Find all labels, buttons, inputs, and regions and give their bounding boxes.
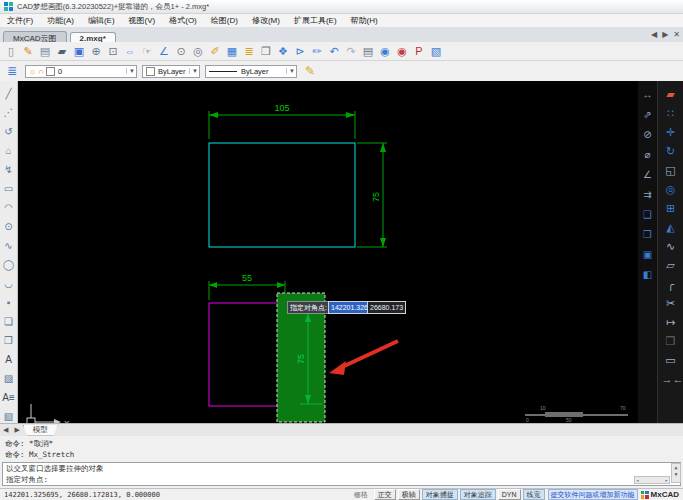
- open-folder-icon[interactable]: ▰: [54, 43, 70, 59]
- dim-diameter-icon[interactable]: ⌀: [640, 145, 656, 165]
- annotate-save-icon[interactable]: ✏: [309, 43, 325, 59]
- dim-linear-icon[interactable]: ↔: [640, 85, 656, 105]
- menu-help[interactable]: 帮助(H): [344, 15, 385, 26]
- menu-modify[interactable]: 修改(M): [245, 15, 287, 26]
- move-icon[interactable]: ✛: [662, 123, 680, 142]
- save-as-icon[interactable]: ▣: [71, 43, 87, 59]
- xline-icon[interactable]: ⋰: [2, 103, 16, 122]
- draworder-pencil-icon[interactable]: ✎: [302, 63, 318, 79]
- color-combo[interactable]: ByLayer ▼: [142, 65, 200, 78]
- ellipse-arc-icon[interactable]: ◡: [2, 274, 16, 293]
- status-grid[interactable]: 栅格: [350, 489, 372, 500]
- break-icon[interactable]: ▭: [662, 351, 680, 370]
- menu-edit[interactable]: 编辑(E): [81, 15, 122, 26]
- zoom-window-icon[interactable]: ⊡: [105, 43, 121, 59]
- menu-function[interactable]: 功能(A): [40, 15, 81, 26]
- linetype-combo[interactable]: ByLayer ▼: [205, 65, 297, 78]
- trim-icon[interactable]: ✂: [662, 294, 680, 313]
- status-dyn[interactable]: DYN: [498, 489, 521, 500]
- extend-icon[interactable]: ↦: [662, 313, 680, 332]
- layer-manager-icon[interactable]: ≣: [4, 63, 20, 79]
- line-icon[interactable]: ╱: [2, 84, 16, 103]
- image-export-icon[interactable]: ▧: [428, 43, 444, 59]
- block-edit-icon[interactable]: ❒: [2, 331, 16, 350]
- mtext-icon[interactable]: A≡: [2, 388, 16, 407]
- image-icon[interactable]: ▨: [2, 369, 16, 388]
- dim-angular-icon[interactable]: ∠: [640, 165, 656, 185]
- paste-block-icon[interactable]: ◧: [640, 265, 656, 285]
- menu-draw[interactable]: 绘图(D): [204, 15, 245, 26]
- offset-icon[interactable]: ◎: [662, 180, 680, 199]
- feedback-link[interactable]: 提交软件问题或增加新功能: [548, 489, 638, 500]
- layout-prev-icon[interactable]: ◀: [0, 426, 11, 434]
- table-icon[interactable]: ▦: [224, 43, 240, 59]
- menu-express-tools[interactable]: 扩展工具(E): [287, 15, 344, 26]
- text-icon[interactable]: A: [2, 350, 16, 369]
- dim-radius-icon[interactable]: ⊘: [640, 125, 656, 145]
- zoom-object-icon[interactable]: ⊙: [173, 43, 189, 59]
- menu-format[interactable]: 格式(O): [162, 15, 204, 26]
- stretch-icon[interactable]: ▱: [662, 256, 680, 275]
- scale-icon[interactable]: ◱: [662, 161, 680, 180]
- web-publish-icon[interactable]: ◉: [394, 43, 410, 59]
- dim-style-icon[interactable]: ❑: [640, 205, 656, 225]
- command-window[interactable]: 命令: *取消*命令: Mx_Stretch 以交叉窗口选择要拉伸的对象指定对角…: [0, 436, 683, 488]
- ellipse-icon[interactable]: ◯: [2, 255, 16, 274]
- find-icon[interactable]: ◎: [190, 43, 206, 59]
- explode-icon[interactable]: ❒: [662, 332, 680, 351]
- zoom-in-icon[interactable]: ⊕: [88, 43, 104, 59]
- pan-icon[interactable]: ☞: [139, 43, 155, 59]
- command-hscrollbar[interactable]: ◂▸: [634, 476, 670, 484]
- erase-icon[interactable]: ▰: [662, 85, 680, 104]
- polygon-icon[interactable]: ⌂: [2, 141, 16, 160]
- dim-continue-icon[interactable]: ⇉: [640, 185, 656, 205]
- layer-combo[interactable]: ☼ ∩ 0 ▼: [25, 65, 137, 78]
- measure-icon[interactable]: ∠: [156, 43, 172, 59]
- zoom-extents-icon[interactable]: ⇔: [122, 43, 138, 59]
- web-icon[interactable]: ◉: [377, 43, 393, 59]
- menu-view[interactable]: 视图(V): [122, 15, 163, 26]
- fillet-icon[interactable]: ╭: [662, 275, 680, 294]
- layout-next-icon[interactable]: ▶: [11, 426, 22, 434]
- entity-rectangle-top[interactable]: [209, 143, 355, 247]
- model-tab[interactable]: 模型: [23, 425, 58, 436]
- mirror-icon[interactable]: ◭: [662, 218, 680, 237]
- menu-file[interactable]: 文件(F): [0, 15, 40, 26]
- undo-icon[interactable]: ↶: [326, 43, 342, 59]
- status-lineweight[interactable]: 线宽: [523, 489, 545, 500]
- dimension-105[interactable]: [209, 111, 355, 139]
- polyline-icon[interactable]: ↯: [2, 160, 16, 179]
- command-vscrollbar[interactable]: ▲▼: [671, 463, 681, 483]
- dyn-input-y[interactable]: 26680.173: [367, 301, 406, 314]
- spline-edit-icon[interactable]: ∿: [662, 237, 680, 256]
- point-icon[interactable]: ▪: [2, 293, 16, 312]
- paste-object-icon[interactable]: ▣: [640, 245, 656, 265]
- print-icon[interactable]: ▤: [360, 43, 376, 59]
- pdf-export-icon[interactable]: P: [411, 43, 427, 59]
- send-display-icon[interactable]: ⊳: [292, 43, 308, 59]
- status-osnap[interactable]: 对象捕捉: [422, 489, 458, 500]
- draw-order-icon[interactable]: ✐: [207, 43, 223, 59]
- circle-icon[interactable]: ⊙: [2, 217, 16, 236]
- tab-close-icon[interactable]: ✕: [673, 30, 680, 39]
- join-icon[interactable]: →←: [662, 370, 680, 389]
- copy-icon[interactable]: ∷: [662, 104, 680, 123]
- drawing-canvas[interactable]: 105 75 55 75: [18, 81, 638, 423]
- text-style-icon[interactable]: ≣: [241, 43, 257, 59]
- dyn-input-x[interactable]: 142201.326: [328, 301, 371, 314]
- tab-next-icon[interactable]: ▶: [662, 30, 668, 39]
- rotate-icon[interactable]: ↻: [662, 142, 680, 161]
- dim-aligned-icon[interactable]: ⇗: [640, 105, 656, 125]
- command-input-area[interactable]: 以交叉窗口选择要拉伸的对象指定对角点:: [2, 462, 681, 486]
- dimension-55[interactable]: [209, 281, 285, 300]
- rectangle-icon[interactable]: ▭: [2, 179, 16, 198]
- new-file-icon[interactable]: ▯: [3, 43, 19, 59]
- arc-icon[interactable]: ↺: [2, 122, 16, 141]
- open-drawing-icon[interactable]: ✎: [20, 43, 36, 59]
- array-icon[interactable]: ⊞: [662, 199, 680, 218]
- status-polar[interactable]: 极轴: [398, 489, 420, 500]
- spline-icon[interactable]: ∿: [2, 236, 16, 255]
- entity-rectangle-bottom[interactable]: [209, 303, 285, 406]
- save-icon[interactable]: ▤: [37, 43, 53, 59]
- status-otrack[interactable]: 对象追踪: [460, 489, 496, 500]
